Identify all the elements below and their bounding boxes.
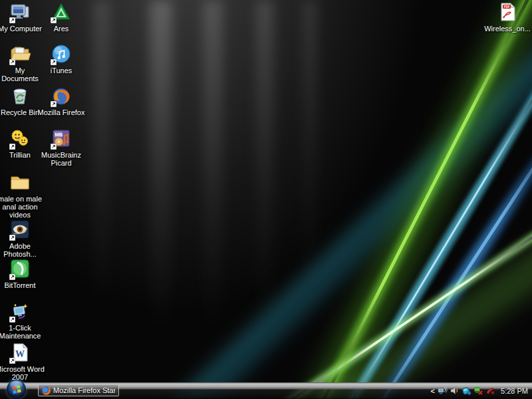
- shortcut-arrow-icon: [9, 317, 15, 323]
- wallpaper-vertical-beam: [303, 0, 317, 332]
- windows-flag-icon: [11, 384, 22, 395]
- desktop-icon-label: Wireless_on...: [484, 25, 531, 33]
- trillian-icon: [9, 128, 31, 150]
- wallpaper-vertical-beam: [256, 0, 273, 359]
- desktop-icon-label: Ares: [54, 25, 69, 33]
- firefox-icon: [50, 85, 72, 108]
- maintenance-icon: [9, 301, 31, 323]
- my-documents-icon: [9, 43, 31, 66]
- ares-icon: [50, 1, 72, 24]
- desktop-icon-videos-folder[interactable]: male on male anal action videos: [0, 172, 45, 219]
- desktop-icon-itunes[interactable]: iTunes: [36, 43, 86, 74]
- shortcut-arrow-icon: [9, 17, 15, 23]
- pdf-banner-text: PDF: [504, 5, 510, 9]
- desktop-icon-label: 1-Click Maintenance: [0, 324, 45, 340]
- wallpaper-pale-green-band: [248, 196, 532, 399]
- tray-volume-icon[interactable]: [450, 386, 460, 396]
- picard-letters: MB: [55, 132, 63, 138]
- shortcut-arrow-icon: [51, 17, 57, 23]
- tray-network-disabled-icon[interactable]: [473, 386, 483, 396]
- desktop-icon-my-documents[interactable]: My Documents: [0, 43, 40, 82]
- shortcut-arrow-icon: [51, 144, 57, 150]
- desktop-icon-label: My Documents: [0, 66, 40, 82]
- wallpaper-vertical-beam: [93, 0, 110, 359]
- wallpaper-green-beam-core: [321, 0, 532, 399]
- shortcut-arrow-icon: [9, 144, 15, 150]
- photoshop-icon: [9, 219, 31, 241]
- system-tray: <: [431, 382, 530, 399]
- taskbar-task-firefox[interactable]: Mozilla Firefox Start P...: [38, 384, 119, 396]
- taskbar-clock[interactable]: 5:28 PM: [501, 387, 528, 395]
- shortcut-arrow-icon: [51, 101, 57, 107]
- wallpaper-blue-beam-core: [363, 126, 532, 399]
- desktop-icon-microsoft-word[interactable]: W Microsoft Word 2007: [0, 342, 45, 381]
- pdf-file-icon: PDF: [496, 1, 519, 24]
- shortcut-arrow-icon: [51, 59, 57, 65]
- desktop[interactable]: My Computer My Documents Recycle Bin: [0, 0, 532, 399]
- firefox-icon: [42, 386, 51, 395]
- shortcut-arrow-icon: [9, 59, 15, 65]
- desktop-icon-label: BitTorrent: [4, 281, 35, 289]
- desktop-icon-label: Mozilla Firefox: [38, 108, 85, 116]
- desktop-icon-musicbrainz-picard[interactable]: MB MusicBrainz Picard: [36, 128, 86, 167]
- recycle-bin-icon: [9, 85, 31, 108]
- task-button-label: Mozilla Firefox Start P...: [53, 386, 115, 394]
- wallpaper-teal-band: [164, 27, 532, 399]
- itunes-icon: [50, 43, 72, 66]
- desktop-icon-adobe-photoshop[interactable]: Adobe Photosh...: [0, 219, 45, 258]
- shortcut-arrow-icon: [9, 358, 15, 364]
- desktop-icon-label: Recycle Bin: [1, 108, 39, 116]
- taskbar: Mozilla Firefox Start P... <: [0, 382, 532, 399]
- desktop-icon-label: male on male anal action videos: [0, 195, 45, 219]
- desktop-icon-label: MusicBrainz Picard: [36, 151, 86, 167]
- desktop-icon-bittorrent[interactable]: BitTorrent: [0, 258, 45, 289]
- picard-icon: MB: [50, 128, 72, 150]
- wallpaper-vertical-beam: [203, 0, 223, 372]
- my-computer-icon: [9, 1, 31, 24]
- tray-messenger-app-icon[interactable]: [462, 386, 471, 396]
- desktop-icon-one-click-maintenance[interactable]: 1-Click Maintenance: [0, 301, 45, 340]
- tray-wireless-network-icon[interactable]: [438, 386, 448, 396]
- desktop-icon-label: Microsoft Word 2007: [0, 365, 45, 381]
- shortcut-arrow-icon: [9, 274, 15, 280]
- wallpaper-blue-beam: [345, 105, 532, 399]
- folder-icon: [9, 172, 31, 194]
- start-button[interactable]: [7, 380, 26, 399]
- wallpaper-cyan-beam-core: [340, 76, 532, 399]
- desktop-icon-label: Trillian: [9, 151, 31, 159]
- word-letter: W: [15, 349, 25, 359]
- shortcut-arrow-icon: [9, 235, 15, 241]
- desktop-icon-wireless-pdf[interactable]: PDF Wireless_on...: [479, 1, 532, 33]
- wallpaper-cyan-beam: [327, 61, 532, 399]
- tray-collapse-chevron[interactable]: <: [431, 387, 435, 395]
- wallpaper-pale-beam-core: [272, 214, 532, 399]
- desktop-icon-label: iTunes: [51, 66, 72, 74]
- desktop-icon-label: Adobe Photosh...: [0, 242, 45, 258]
- desktop-icon-mozilla-firefox[interactable]: Mozilla Firefox: [36, 85, 86, 116]
- wallpaper-green-glow-band: [287, 0, 532, 399]
- tray-security-app-icon[interactable]: [485, 386, 495, 396]
- wallpaper-vertical-beam: [150, 0, 172, 372]
- bittorrent-icon: [9, 258, 31, 281]
- word-icon: W: [9, 342, 31, 364]
- desktop-icon-ares[interactable]: Ares: [36, 1, 86, 33]
